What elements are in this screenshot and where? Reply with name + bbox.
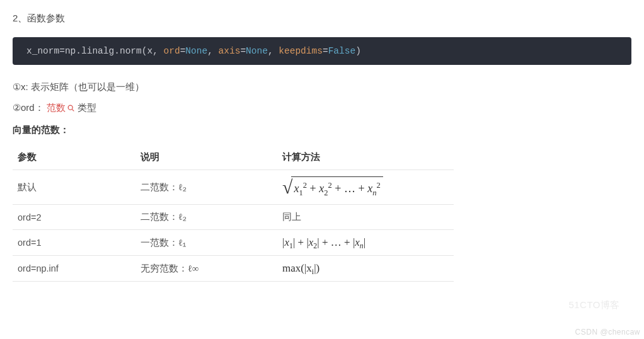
formula-sum-abs: |x1| + |x2| + … + |xn|	[282, 236, 365, 248]
cell-calc: 同上	[277, 205, 454, 230]
code-token-value: False	[328, 46, 356, 56]
cell-desc: 无穷范数：ℓ∞	[135, 256, 277, 282]
cell-desc: 二范数：ℓ₂	[135, 205, 277, 230]
table-row: ord=2 二范数：ℓ₂ 同上	[13, 205, 454, 230]
code-token-value: None	[246, 46, 268, 56]
param-text: ①x: 表示矩阵（也可以是一维）	[13, 81, 144, 92]
table-row: ord=np.inf 无穷范数：ℓ∞ max(|xi|)	[13, 256, 454, 282]
svg-point-0	[68, 105, 72, 110]
cell-calc: |x1| + |x2| + … + |xn|	[277, 230, 454, 256]
code-token-param: ord	[164, 46, 180, 56]
code-token-value: None	[185, 46, 207, 56]
col-calc: 计算方法	[277, 145, 454, 170]
code-token-param: keepdims	[279, 46, 323, 56]
cell-param: ord=np.inf	[13, 256, 135, 282]
cell-param: ord=1	[13, 230, 135, 256]
vector-norm-heading: 向量的范数：	[13, 124, 631, 136]
code-block: x_norm=np.linalg.norm(x, ord=None, axis=…	[13, 37, 631, 65]
param-line-ord: ②ord： 范数 类型	[13, 102, 631, 114]
ord-link-text: 范数	[47, 102, 66, 114]
formula-max-abs: max(|xi|)	[282, 262, 319, 274]
norm-table: 参数 说明 计算方法 默认 二范数：ℓ₂ √ x12 + x22 + … + x…	[13, 145, 454, 282]
code-token: ,	[268, 46, 279, 56]
search-icon	[67, 104, 75, 112]
cell-desc: 一范数：ℓ₁	[135, 230, 277, 256]
code-token-param: axis	[219, 46, 241, 56]
code-token: =	[240, 46, 246, 56]
cell-param: 默认	[13, 170, 135, 205]
ord-link[interactable]: 范数	[47, 102, 75, 114]
col-param: 参数	[13, 145, 135, 170]
cell-calc: √ x12 + x22 + … + xn2	[277, 170, 454, 205]
formula-sqrt-sumsq: √ x12 + x22 + … + xn2	[282, 176, 383, 198]
code-token: x_norm=np.linalg.norm(x,	[26, 46, 164, 56]
cell-desc: 二范数：ℓ₂	[135, 170, 277, 205]
col-desc: 说明	[135, 145, 277, 170]
svg-line-1	[72, 109, 74, 111]
param-line-x: ①x: 表示矩阵（也可以是一维）	[13, 81, 631, 93]
param-text: ②ord：	[13, 102, 44, 113]
code-token: ,	[207, 46, 218, 56]
code-token: )	[355, 46, 361, 56]
table-row: 默认 二范数：ℓ₂ √ x12 + x22 + … + xn2	[13, 170, 454, 205]
table-row: ord=1 一范数：ℓ₁ |x1| + |x2| + … + |xn|	[13, 230, 454, 256]
param-text: 类型	[78, 102, 96, 113]
cell-param: ord=2	[13, 205, 135, 230]
cell-calc: max(|xi|)	[277, 256, 454, 282]
code-token: =	[323, 46, 328, 56]
table-header-row: 参数 说明 计算方法	[13, 145, 454, 170]
section-heading: 2、函数参数	[13, 13, 631, 25]
